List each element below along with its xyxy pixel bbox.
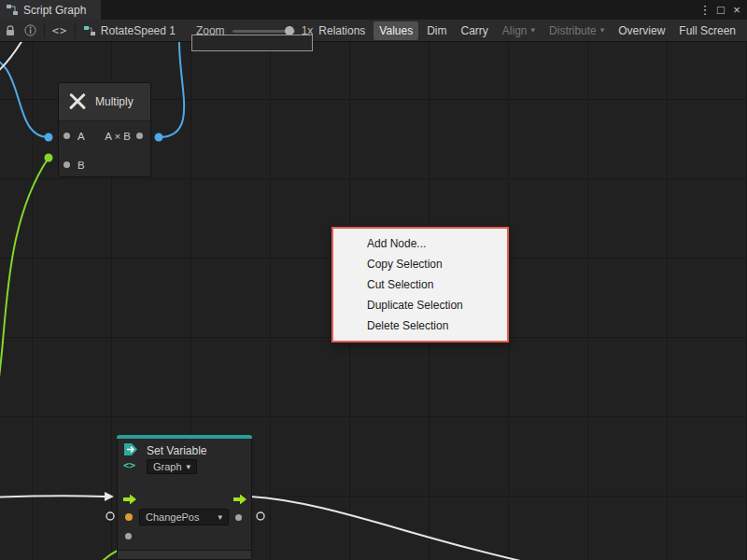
port-connection-dot-blue[interactable] bbox=[155, 133, 163, 142]
port-a-dot[interactable] bbox=[63, 133, 70, 139]
flow-output-port[interactable] bbox=[233, 492, 247, 509]
flow-input-port[interactable] bbox=[122, 492, 137, 509]
wire-white-top-left bbox=[0, 42, 22, 75]
window-controls: ⋮ □ × bbox=[698, 1, 747, 20]
value-output-port[interactable] bbox=[235, 514, 242, 521]
chevron-down-icon: ▾ bbox=[600, 26, 605, 35]
port-result-label: A × B bbox=[105, 131, 131, 142]
carry-button[interactable]: Carry bbox=[456, 21, 494, 40]
variable-name-port[interactable] bbox=[125, 513, 133, 521]
chevron-down-icon: ▾ bbox=[187, 463, 191, 471]
port-b-label: B bbox=[78, 160, 85, 171]
set-variable-node[interactable]: Set Variable <> Graph ▾ ChangePos ▾ bbox=[117, 435, 252, 560]
distribute-label: Distribute bbox=[549, 24, 597, 37]
chevron-down-icon: ▾ bbox=[531, 26, 536, 35]
maximize-icon[interactable]: □ bbox=[713, 1, 728, 20]
wire-white-flow-out bbox=[250, 497, 525, 560]
node-title: Set Variable bbox=[147, 444, 206, 457]
align-button[interactable]: Align ▾ bbox=[497, 21, 541, 40]
wire-blue-output-result bbox=[159, 42, 184, 137]
toolbar-buttons: Relations Values Dim Carry Align ▾ Distr… bbox=[313, 21, 741, 40]
toolbar-separator bbox=[44, 23, 45, 38]
port-row-a: A A × B bbox=[59, 121, 150, 150]
chevron-down-icon: ▾ bbox=[218, 513, 222, 522]
scope-dropdown[interactable]: Graph ▾ bbox=[147, 459, 197, 474]
multiply-node[interactable]: Multiply A A × B B bbox=[58, 82, 151, 177]
multiply-icon bbox=[68, 92, 87, 111]
port-ring[interactable] bbox=[257, 512, 264, 520]
variable-dropdown[interactable]: ChangePos ▾ bbox=[139, 509, 229, 525]
wire-green-input-b bbox=[0, 158, 49, 406]
script-graph-window: Script Graph ⋮ □ × <> RotateSpeed 1 Zoom… bbox=[0, 0, 747, 560]
variable-dropdown-value: ChangePos bbox=[146, 511, 200, 523]
graph-toolbar: <> RotateSpeed 1 Zoom 1x Relations Value… bbox=[0, 20, 747, 42]
relations-button[interactable]: Relations bbox=[313, 21, 371, 40]
title-bar: Script Graph ⋮ □ × bbox=[0, 0, 747, 20]
graph-canvas[interactable]: Multiply A A × B B Set Variable <> bbox=[0, 42, 747, 560]
values-button[interactable]: Values bbox=[374, 21, 418, 40]
menu-item-cut-selection[interactable]: Cut Selection bbox=[333, 274, 507, 295]
port-result-dot[interactable] bbox=[136, 133, 143, 139]
empty-overlay-box bbox=[191, 35, 313, 51]
multiply-node-header[interactable]: Multiply bbox=[59, 83, 150, 121]
zoom-slider-knob[interactable] bbox=[285, 26, 294, 35]
tab-script-graph[interactable]: Script Graph bbox=[0, 0, 101, 20]
graph-asset-icon bbox=[83, 25, 96, 36]
overview-button[interactable]: Overview bbox=[613, 21, 670, 40]
menu-item-copy-selection[interactable]: Copy Selection bbox=[333, 254, 507, 274]
node-section-divider bbox=[118, 550, 251, 559]
tab-title: Script Graph bbox=[23, 4, 86, 17]
node-title: Multiply bbox=[95, 95, 134, 108]
value-input-port[interactable] bbox=[125, 533, 132, 539]
port-connection-dot-green[interactable] bbox=[45, 154, 53, 162]
lock-icon[interactable] bbox=[6, 25, 15, 36]
align-label: Align bbox=[502, 24, 528, 37]
code-view-icon[interactable]: <> bbox=[52, 24, 67, 37]
script-graph-icon bbox=[7, 5, 18, 15]
port-a-label: A bbox=[78, 131, 85, 142]
node-accent-bar bbox=[117, 435, 252, 439]
port-ring[interactable] bbox=[106, 512, 114, 520]
scope-kind-icon: <> bbox=[123, 459, 135, 471]
wire-white-flow-in bbox=[0, 496, 105, 497]
close-icon[interactable]: × bbox=[729, 1, 744, 20]
distribute-button[interactable]: Distribute ▾ bbox=[543, 21, 610, 40]
wire-blue-input-a bbox=[0, 56, 49, 137]
set-variable-icon bbox=[123, 442, 139, 460]
context-menu: Add Node... Copy Selection Cut Selection… bbox=[331, 227, 509, 343]
window-menu-icon[interactable]: ⋮ bbox=[698, 1, 712, 20]
port-b-dot[interactable] bbox=[63, 161, 70, 168]
flow-arrowhead bbox=[105, 492, 114, 501]
port-row-b: B bbox=[59, 150, 150, 177]
info-icon[interactable] bbox=[24, 24, 36, 36]
scope-dropdown-value: Graph bbox=[153, 461, 182, 472]
breadcrumb-graph-name[interactable]: RotateSpeed 1 bbox=[101, 24, 176, 37]
fullscreen-button[interactable]: Full Screen bbox=[673, 21, 741, 40]
menu-item-duplicate-selection[interactable]: Duplicate Selection bbox=[333, 295, 507, 315]
port-connection-dot-blue[interactable] bbox=[45, 133, 53, 142]
menu-item-delete-selection[interactable]: Delete Selection bbox=[333, 315, 507, 336]
dim-button[interactable]: Dim bbox=[421, 21, 452, 40]
toolbar-separator bbox=[75, 23, 76, 38]
menu-item-add-node[interactable]: Add Node... bbox=[333, 233, 507, 254]
